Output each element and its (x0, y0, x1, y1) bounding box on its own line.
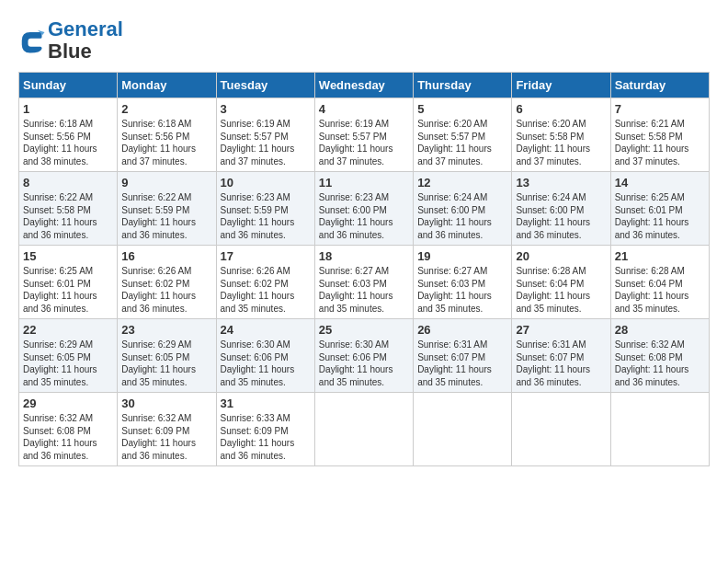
day-number: 7 (615, 102, 705, 116)
day-info: Sunrise: 6:28 AMSunset: 6:04 PMDaylight:… (615, 265, 705, 315)
day-info: Sunrise: 6:27 AMSunset: 6:03 PMDaylight:… (417, 265, 507, 315)
calendar-cell: 1 Sunrise: 6:18 AMSunset: 5:56 PMDayligh… (19, 98, 118, 172)
day-number: 29 (23, 396, 113, 410)
logo: General Blue (18, 18, 123, 63)
day-number: 21 (615, 249, 705, 263)
calendar-cell: 27 Sunrise: 6:31 AMSunset: 6:07 PMDaylig… (512, 319, 610, 393)
day-number: 26 (417, 323, 507, 337)
day-number: 10 (221, 176, 311, 190)
calendar-cell: 7 Sunrise: 6:21 AMSunset: 5:58 PMDayligh… (610, 98, 709, 172)
calendar-cell: 3 Sunrise: 6:19 AMSunset: 5:57 PMDayligh… (216, 98, 314, 172)
calendar-cell: 31 Sunrise: 6:33 AMSunset: 6:09 PMDaylig… (216, 393, 314, 466)
calendar-cell: 12 Sunrise: 6:24 AMSunset: 6:00 PMDaylig… (414, 172, 512, 246)
day-number: 30 (121, 396, 211, 410)
day-info: Sunrise: 6:32 AMSunset: 6:08 PMDaylight:… (615, 339, 705, 388)
calendar-cell: 24 Sunrise: 6:30 AMSunset: 6:06 PMDaylig… (216, 319, 314, 393)
calendar-table: SundayMondayTuesdayWednesdayThursdayFrid… (18, 72, 710, 466)
calendar-week-row: 8 Sunrise: 6:22 AMSunset: 5:58 PMDayligh… (19, 172, 710, 246)
calendar-cell: 16 Sunrise: 6:26 AMSunset: 6:02 PMDaylig… (118, 246, 216, 319)
calendar-cell: 13 Sunrise: 6:24 AMSunset: 6:00 PMDaylig… (512, 172, 610, 246)
day-number: 19 (417, 249, 507, 263)
day-number: 1 (23, 102, 113, 116)
calendar-week-row: 15 Sunrise: 6:25 AMSunset: 6:01 PMDaylig… (19, 246, 710, 319)
calendar-cell: 28 Sunrise: 6:32 AMSunset: 6:08 PMDaylig… (610, 319, 709, 393)
day-info: Sunrise: 6:23 AMSunset: 5:59 PMDaylight:… (221, 191, 311, 241)
day-info: Sunrise: 6:18 AMSunset: 5:56 PMDaylight:… (121, 118, 211, 167)
calendar-week-row: 22 Sunrise: 6:29 AMSunset: 6:05 PMDaylig… (19, 319, 710, 393)
day-info: Sunrise: 6:27 AMSunset: 6:03 PMDaylight:… (319, 265, 409, 315)
calendar-week-row: 1 Sunrise: 6:18 AMSunset: 5:56 PMDayligh… (19, 98, 710, 172)
day-number: 5 (417, 102, 507, 116)
day-number: 20 (516, 249, 606, 263)
day-info: Sunrise: 6:32 AMSunset: 6:08 PMDaylight:… (23, 412, 113, 462)
calendar-cell: 25 Sunrise: 6:30 AMSunset: 6:06 PMDaylig… (314, 319, 413, 393)
calendar-cell (610, 393, 709, 466)
calendar-cell: 19 Sunrise: 6:27 AMSunset: 6:03 PMDaylig… (414, 246, 512, 319)
day-number: 14 (615, 176, 705, 190)
day-number: 31 (221, 396, 311, 410)
calendar-cell (414, 393, 512, 466)
day-info: Sunrise: 6:24 AMSunset: 6:00 PMDaylight:… (417, 191, 507, 241)
day-info: Sunrise: 6:28 AMSunset: 6:04 PMDaylight:… (516, 265, 606, 315)
calendar-cell (314, 393, 413, 466)
col-header-sunday: Sunday (19, 73, 118, 98)
day-info: Sunrise: 6:18 AMSunset: 5:56 PMDaylight:… (23, 118, 113, 167)
day-number: 24 (221, 323, 311, 337)
calendar-cell: 2 Sunrise: 6:18 AMSunset: 5:56 PMDayligh… (118, 98, 216, 172)
day-info: Sunrise: 6:23 AMSunset: 6:00 PMDaylight:… (319, 191, 409, 241)
logo-icon (18, 27, 46, 54)
calendar-cell: 15 Sunrise: 6:25 AMSunset: 6:01 PMDaylig… (19, 246, 118, 319)
day-info: Sunrise: 6:26 AMSunset: 6:02 PMDaylight:… (221, 265, 311, 315)
day-number: 28 (615, 323, 705, 337)
day-info: Sunrise: 6:22 AMSunset: 5:58 PMDaylight:… (23, 191, 113, 241)
day-number: 8 (23, 176, 113, 190)
calendar-cell: 6 Sunrise: 6:20 AMSunset: 5:58 PMDayligh… (512, 98, 610, 172)
calendar-cell: 4 Sunrise: 6:19 AMSunset: 5:57 PMDayligh… (314, 98, 413, 172)
day-info: Sunrise: 6:29 AMSunset: 6:05 PMDaylight:… (23, 339, 113, 388)
day-number: 15 (23, 249, 113, 263)
calendar-cell: 20 Sunrise: 6:28 AMSunset: 6:04 PMDaylig… (512, 246, 610, 319)
day-info: Sunrise: 6:20 AMSunset: 5:57 PMDaylight:… (417, 118, 507, 167)
day-info: Sunrise: 6:30 AMSunset: 6:06 PMDaylight:… (221, 339, 311, 388)
day-number: 4 (319, 102, 409, 116)
day-info: Sunrise: 6:20 AMSunset: 5:58 PMDaylight:… (516, 118, 606, 167)
day-number: 11 (319, 176, 409, 190)
calendar-cell: 8 Sunrise: 6:22 AMSunset: 5:58 PMDayligh… (19, 172, 118, 246)
col-header-friday: Friday (512, 73, 610, 98)
calendar-cell: 23 Sunrise: 6:29 AMSunset: 6:05 PMDaylig… (118, 319, 216, 393)
calendar-cell: 29 Sunrise: 6:32 AMSunset: 6:08 PMDaylig… (19, 393, 118, 466)
day-number: 23 (121, 323, 211, 337)
day-info: Sunrise: 6:22 AMSunset: 5:59 PMDaylight:… (121, 191, 211, 241)
page-header: General Blue (18, 18, 710, 63)
calendar-cell: 5 Sunrise: 6:20 AMSunset: 5:57 PMDayligh… (414, 98, 512, 172)
day-number: 22 (23, 323, 113, 337)
day-info: Sunrise: 6:19 AMSunset: 5:57 PMDaylight:… (221, 118, 311, 167)
col-header-monday: Monday (118, 73, 216, 98)
col-header-saturday: Saturday (610, 73, 709, 98)
col-header-thursday: Thursday (414, 73, 512, 98)
col-header-wednesday: Wednesday (314, 73, 413, 98)
day-number: 16 (121, 249, 211, 263)
calendar-cell: 30 Sunrise: 6:32 AMSunset: 6:09 PMDaylig… (118, 393, 216, 466)
day-number: 17 (221, 249, 311, 263)
calendar-cell: 21 Sunrise: 6:28 AMSunset: 6:04 PMDaylig… (610, 246, 709, 319)
logo-text: General Blue (48, 18, 123, 63)
day-info: Sunrise: 6:25 AMSunset: 6:01 PMDaylight:… (23, 265, 113, 315)
day-info: Sunrise: 6:31 AMSunset: 6:07 PMDaylight:… (417, 339, 507, 388)
day-info: Sunrise: 6:25 AMSunset: 6:01 PMDaylight:… (615, 191, 705, 241)
calendar-cell: 26 Sunrise: 6:31 AMSunset: 6:07 PMDaylig… (414, 319, 512, 393)
day-number: 18 (319, 249, 409, 263)
day-number: 13 (516, 176, 606, 190)
calendar-cell: 14 Sunrise: 6:25 AMSunset: 6:01 PMDaylig… (610, 172, 709, 246)
calendar-cell: 10 Sunrise: 6:23 AMSunset: 5:59 PMDaylig… (216, 172, 314, 246)
col-header-tuesday: Tuesday (216, 73, 314, 98)
day-number: 6 (516, 102, 606, 116)
calendar-cell: 18 Sunrise: 6:27 AMSunset: 6:03 PMDaylig… (314, 246, 413, 319)
calendar-cell: 11 Sunrise: 6:23 AMSunset: 6:00 PMDaylig… (314, 172, 413, 246)
calendar-cell: 9 Sunrise: 6:22 AMSunset: 5:59 PMDayligh… (118, 172, 216, 246)
day-number: 25 (319, 323, 409, 337)
calendar-cell (512, 393, 610, 466)
day-info: Sunrise: 6:29 AMSunset: 6:05 PMDaylight:… (121, 339, 211, 388)
calendar-cell: 17 Sunrise: 6:26 AMSunset: 6:02 PMDaylig… (216, 246, 314, 319)
day-info: Sunrise: 6:26 AMSunset: 6:02 PMDaylight:… (121, 265, 211, 315)
